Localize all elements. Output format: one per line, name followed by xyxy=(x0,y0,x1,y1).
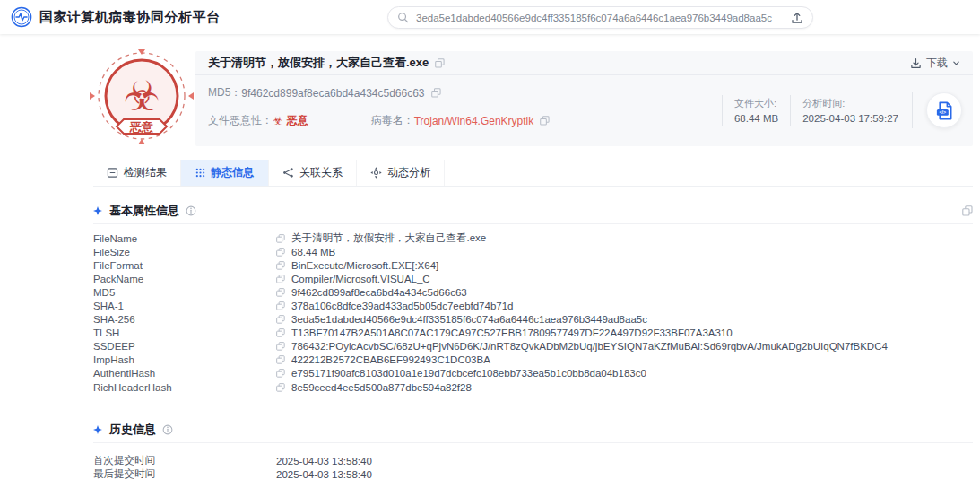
history-info-header: 历史信息 xyxy=(93,416,973,443)
code-file-icon: </> xyxy=(934,100,955,121)
tab-detection-results[interactable]: 检测结果 xyxy=(93,160,181,186)
chevron-down-icon xyxy=(952,59,960,67)
file-meta-body: MD5： 9f462cd899af8eca6bd4a434c5d66c63 文件… xyxy=(195,75,973,145)
history-info-list: 首次提交时间 2025-04-03 13:58:40 最后提交时间 2025-0… xyxy=(93,454,973,481)
file-size-label: 文件大小: xyxy=(734,97,778,110)
analysis-time-value: 2025-04-03 17:59:27 xyxy=(802,113,898,124)
section-title: 基本属性信息 xyxy=(109,203,179,219)
property-value: Compiler/Microsoft.VISUAL_C xyxy=(291,274,430,284)
property-value: e795171f90afc8103d010a1e19d7dcbcefc108eb… xyxy=(291,368,646,379)
table-row: SSDEEP 786432:POylcAcvbSC/68zU+qPjvN6D6K… xyxy=(93,340,973,353)
search-input[interactable] xyxy=(416,13,784,23)
section-marker-icon xyxy=(93,206,102,215)
copy-icon[interactable] xyxy=(276,315,285,324)
upload-icon[interactable] xyxy=(791,12,803,24)
property-key: MD5 xyxy=(93,287,276,298)
share-icon xyxy=(282,167,294,179)
file-title-row: 关于清明节，放假安排，大家自己查看.exe 下载 xyxy=(195,51,973,75)
copy-icon[interactable] xyxy=(540,116,550,126)
property-key: 首次提交时间 xyxy=(93,454,276,467)
property-value: 9f462cd899af8eca6bd4a434c5d66c63 xyxy=(291,287,467,298)
search-icon xyxy=(397,12,409,23)
tab-label: 静态信息 xyxy=(211,165,254,180)
analysis-time-stat: 分析时间: 2025-04-03 17:59:27 xyxy=(790,95,910,126)
property-value: 422212B2572CBAB6EF992493C1DC03BA xyxy=(291,354,490,365)
grid-icon xyxy=(195,168,205,178)
property-value: 786432:POylcAcvbSC/68zU+qPjvN6D6K/J/nRT8… xyxy=(291,341,888,352)
copy-icon[interactable] xyxy=(276,342,285,351)
copy-icon[interactable] xyxy=(435,58,445,68)
copy-icon[interactable] xyxy=(276,248,285,257)
pulse-circle-icon xyxy=(11,6,32,28)
property-key: 最后提交时间 xyxy=(93,467,276,481)
info-icon[interactable] xyxy=(162,424,173,435)
page-title: 国家计算机病毒协同分析平台 xyxy=(39,9,221,26)
section-marker-icon xyxy=(93,425,102,434)
copy-icon[interactable] xyxy=(276,288,285,297)
report-button-wrap: </> xyxy=(912,92,962,128)
copy-icon[interactable] xyxy=(276,328,285,337)
biohazard-icon: ☣ xyxy=(273,114,283,127)
crosshair-icon xyxy=(370,167,382,179)
analysis-time-label: 分析时间: xyxy=(802,97,898,110)
virus-analysis-page: 国家计算机病毒协同分析平台 xyxy=(0,0,980,497)
property-value: 2025-04-03 13:58:40 xyxy=(276,469,372,480)
copy-icon[interactable] xyxy=(276,369,285,378)
virus-name-value: Trojan/Win64.GenKryptik xyxy=(414,115,534,127)
maliciousness-value: 恶意 xyxy=(287,113,308,128)
property-key: FileName xyxy=(93,233,276,244)
md5-label: MD5： xyxy=(208,85,241,100)
table-row: FileFormat BinExecute/Microsoft.EXE[:X64… xyxy=(93,258,973,272)
badge-label: 恶意 xyxy=(129,120,153,134)
tab-dynamic-analysis[interactable]: 动态分析 xyxy=(357,160,445,186)
maliciousness-label: 文件恶意性： xyxy=(208,113,273,128)
property-key: FileSize xyxy=(93,247,276,257)
top-header: 国家计算机病毒协同分析平台 xyxy=(0,0,980,34)
download-icon xyxy=(910,57,922,69)
file-size-value: 68.44 MB xyxy=(734,113,778,124)
file-stats: 文件大小: 68.44 MB 分析时间: 2025-04-03 17:59:27… xyxy=(722,92,962,128)
copy-all-icon[interactable] xyxy=(962,205,973,216)
info-icon[interactable] xyxy=(186,205,196,216)
copy-icon[interactable] xyxy=(276,355,285,364)
malicious-badge: ☣ 恶意 xyxy=(90,49,194,150)
property-key: RichHeaderHash xyxy=(93,382,276,393)
basic-info-header: 基本属性信息 xyxy=(93,197,973,224)
table-row: FileName 关于清明节，放假安排，大家自己查看.exe xyxy=(93,231,973,245)
table-row: ImpHash 422212B2572CBAB6EF992493C1DC03BA xyxy=(93,353,973,367)
tab-label: 动态分析 xyxy=(387,165,430,180)
result-tabs: 检测结果 静态信息 关联关系 动态分析 xyxy=(93,160,973,187)
table-row: 最后提交时间 2025-04-03 13:58:40 xyxy=(93,467,973,481)
copy-icon[interactable] xyxy=(276,275,285,283)
table-row: 首次提交时间 2025-04-03 13:58:40 xyxy=(93,454,973,467)
tab-static-info[interactable]: 静态信息 xyxy=(181,160,269,186)
property-key: SSDEEP xyxy=(93,341,276,352)
section-title: 历史信息 xyxy=(109,422,156,438)
property-value: 3eda5e1dabded40566e9dc4ff335185f6c074a6a… xyxy=(291,314,647,325)
table-row: TLSH T13BF70147B2A501A8C07AC179CA97C527E… xyxy=(93,327,973,340)
copy-icon[interactable] xyxy=(276,383,285,392)
property-key: TLSH xyxy=(93,327,276,338)
platform-logo-icon[interactable] xyxy=(11,6,32,28)
report-icon xyxy=(107,167,118,179)
property-key: SHA-1 xyxy=(93,301,276,311)
copy-icon[interactable] xyxy=(276,301,285,310)
copy-icon[interactable] xyxy=(431,88,441,98)
table-row: RichHeaderHash 8e59ceed4ee5d500a877dbe59… xyxy=(93,380,973,394)
download-label: 下载 xyxy=(926,56,948,71)
property-value: 68.44 MB xyxy=(291,247,335,257)
property-value: 关于清明节，放假安排，大家自己查看.exe xyxy=(291,231,486,245)
tab-associations[interactable]: 关联关系 xyxy=(269,160,357,186)
file-name: 关于清明节，放假安排，大家自己查看.exe xyxy=(208,55,429,71)
copy-icon[interactable] xyxy=(276,234,285,243)
table-row: SHA-256 3eda5e1dabded40566e9dc4ff335185f… xyxy=(93,313,973,327)
copy-icon[interactable] xyxy=(276,261,285,270)
virus-name-label: 病毒名： xyxy=(371,113,414,128)
download-button[interactable]: 下载 xyxy=(910,56,960,71)
table-row: SHA-1 378a106c8dfce39ad433ad5b05dc7eebfd… xyxy=(93,299,973,312)
table-row: PackName Compiler/Microsoft.VISUAL_C xyxy=(93,272,973,285)
basic-info-list: FileName 关于清明节，放假安排，大家自己查看.exe FileSize … xyxy=(93,231,973,394)
property-value: BinExecute/Microsoft.EXE[:X64] xyxy=(291,260,438,271)
code-report-button[interactable]: </> xyxy=(926,92,962,128)
property-value: 2025-04-03 13:58:40 xyxy=(276,456,372,466)
